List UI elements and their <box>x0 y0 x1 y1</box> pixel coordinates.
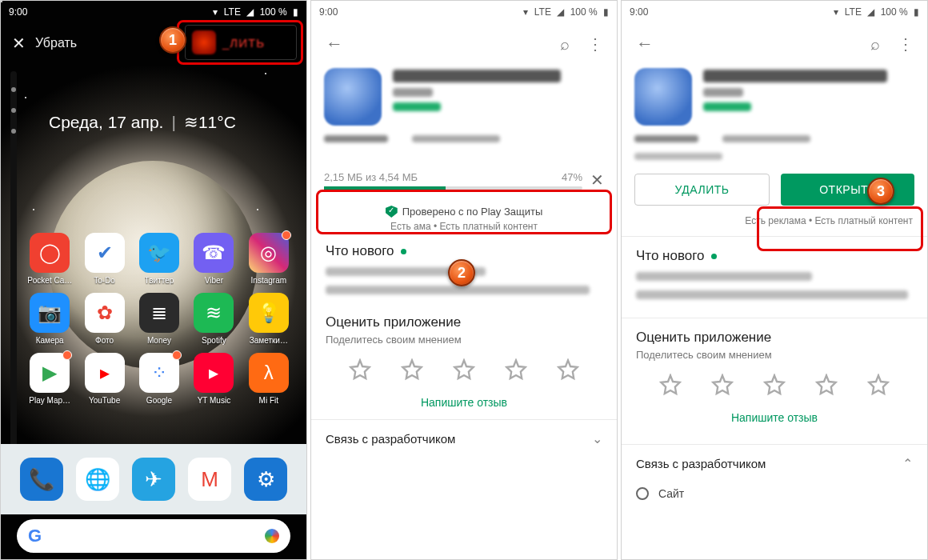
app-play-мар-[interactable]: ▶Play Мар… <box>25 353 74 405</box>
dock-app[interactable]: 📞 <box>20 458 63 501</box>
app-instagram[interactable]: ◎Instagram <box>244 233 294 285</box>
app-icon: ≣ <box>139 293 179 333</box>
date-weather-widget[interactable]: Среда, 17 апр. | ≋ 11°C <box>49 105 286 140</box>
signal-icon: ◢ <box>867 6 874 18</box>
globe-icon <box>636 487 649 500</box>
star-4-icon[interactable] <box>815 374 838 396</box>
app-icon: ✿ <box>85 293 125 333</box>
widget-date: Среда, 17 апр. <box>49 113 163 132</box>
more-icon[interactable]: ⋮ <box>890 34 921 54</box>
status-icons: ▾ LTE ◢ 100 % ▮ <box>830 6 919 18</box>
app-pocket-ca-[interactable]: ◯Pocket Ca… <box>25 233 74 285</box>
star-1-icon[interactable] <box>349 358 371 381</box>
developer-contact[interactable]: Связь с разработчиком ⌄ <box>311 419 617 458</box>
app-камера[interactable]: 📷Камера <box>25 293 74 345</box>
app-icon: 📷 <box>30 293 70 333</box>
app-label: YouTube <box>89 396 120 405</box>
star-2-icon[interactable] <box>711 374 734 396</box>
app-money[interactable]: ≣Money <box>134 293 184 345</box>
app-твиттер[interactable]: 🐦Твиттер <box>134 233 184 285</box>
star-5-icon[interactable] <box>867 374 890 396</box>
app-label: Spotify <box>202 336 226 345</box>
signal-icon: ◢ <box>246 6 254 18</box>
whats-new-section[interactable]: Что нового <box>622 237 927 308</box>
chevron-down-icon: ⌄ <box>592 431 602 446</box>
dock-app[interactable]: ✈ <box>132 458 175 501</box>
rating-stars[interactable] <box>622 364 927 401</box>
app-header <box>311 65 617 130</box>
delete-dropzone[interactable]: _ЛИТЬ <box>185 25 297 60</box>
developer-contact[interactable]: Связь с разработчиком ⌃ <box>622 445 927 482</box>
rate-section: Оценить приложение Поделитесь своим мнен… <box>311 303 617 349</box>
app-фото[interactable]: ✿Фото <box>79 293 129 345</box>
uninstall-button[interactable]: УДАЛИТЬ <box>634 174 770 206</box>
whatsnew-label: Что нового <box>636 248 705 264</box>
app-viber[interactable]: ☎Viber <box>189 233 238 285</box>
panel-installed: 9:00 ▾ LTE ◢ 100 % ▮ ← ⌕ ⋮ УДАЛИТЬ ОТКРЫ… <box>621 0 928 560</box>
star-4-icon[interactable] <box>505 358 527 381</box>
app-label: Заметки… <box>250 336 288 345</box>
dot-icon <box>711 254 717 259</box>
star-3-icon[interactable] <box>453 358 475 381</box>
app-google[interactable]: ⁘Google <box>134 353 184 405</box>
dragged-app-icon <box>192 30 216 54</box>
google-search-bar[interactable]: G <box>17 519 290 553</box>
lte-label: LTE <box>534 6 551 18</box>
app-label: Money <box>147 336 171 345</box>
app-icon: 🐦 <box>139 233 179 273</box>
assistant-icon[interactable] <box>265 529 279 543</box>
panel-install-progress: 9:00 ▾ LTE ◢ 100 % ▮ ← ⌕ ⋮ 2,15 МБ из <box>310 0 618 560</box>
back-button[interactable]: ← <box>628 34 662 54</box>
ads-note: Есть реклама • Есть платный контент <box>622 210 927 226</box>
rate-sub: Поделитесь своим мнением <box>326 334 602 346</box>
star-5-icon[interactable] <box>557 358 579 381</box>
app-spotify[interactable]: ≋Spotify <box>189 293 238 345</box>
app-label: Mi Fit <box>259 396 278 405</box>
app-icon: ▸ <box>194 353 234 393</box>
whatsnew-label: Что нового <box>326 243 394 259</box>
delete-label: _ЛИТЬ <box>222 36 265 50</box>
close-icon[interactable]: ✕ <box>12 34 26 53</box>
dev-website-row[interactable]: Сайт <box>622 482 927 505</box>
battery-icon: ▮ <box>603 6 609 18</box>
dock-app[interactable]: 🌐 <box>76 458 119 501</box>
notification-dot <box>172 350 182 360</box>
home-grid: ◯Pocket Ca…✔To-Do🐦Твиттер☎Viber◎Instagra… <box>25 233 294 405</box>
app-mi-fit[interactable]: λMi Fit <box>244 353 294 405</box>
app-header <box>622 65 927 130</box>
status-time: 9:00 <box>630 6 648 18</box>
app-заметки-[interactable]: 💡Заметки… <box>244 293 294 345</box>
write-review-link[interactable]: Напишите отзыв <box>311 386 617 419</box>
app-label: To-Do <box>94 276 115 285</box>
rating-stars[interactable] <box>311 349 617 386</box>
back-button[interactable]: ← <box>318 34 351 54</box>
battery-icon: ▮ <box>914 6 919 18</box>
app-icon: λ <box>249 353 289 393</box>
app-icon: ▶ <box>30 353 70 393</box>
lte-label: LTE <box>845 6 862 18</box>
write-review-link[interactable]: Напишите отзыв <box>622 401 927 434</box>
more-icon[interactable]: ⋮ <box>580 34 610 54</box>
app-yt-music[interactable]: ▸YT Music <box>189 353 238 405</box>
search-icon[interactable]: ⌕ <box>860 35 890 54</box>
lte-label: LTE <box>224 6 241 18</box>
app-to-do[interactable]: ✔To-Do <box>79 233 129 285</box>
status-time: 9:00 <box>9 6 27 18</box>
app-youtube[interactable]: ▸YouTube <box>79 353 129 405</box>
cancel-download-icon[interactable]: ✕ <box>590 170 604 190</box>
search-icon[interactable]: ⌕ <box>550 35 580 54</box>
widget-temp: 11°C <box>198 113 236 132</box>
weather-icon: ≋ <box>184 113 198 132</box>
remove-label[interactable]: Убрать <box>35 36 77 50</box>
star-3-icon[interactable] <box>763 374 786 396</box>
notification-dot <box>62 350 72 360</box>
star-2-icon[interactable] <box>401 358 423 381</box>
star-1-icon[interactable] <box>659 374 682 396</box>
app-label: Instagram <box>251 276 286 285</box>
battery-icon: ▮ <box>293 6 298 18</box>
status-bar: 9:00 ▾ LTE ◢ 100 % ▮ <box>311 1 617 23</box>
play-protect-row: Проверено с по Play Защиты <box>311 206 617 218</box>
chevron-up-icon: ⌃ <box>902 456 913 471</box>
dock-app[interactable]: M <box>188 458 231 501</box>
dock-app[interactable]: ⚙ <box>244 458 287 501</box>
